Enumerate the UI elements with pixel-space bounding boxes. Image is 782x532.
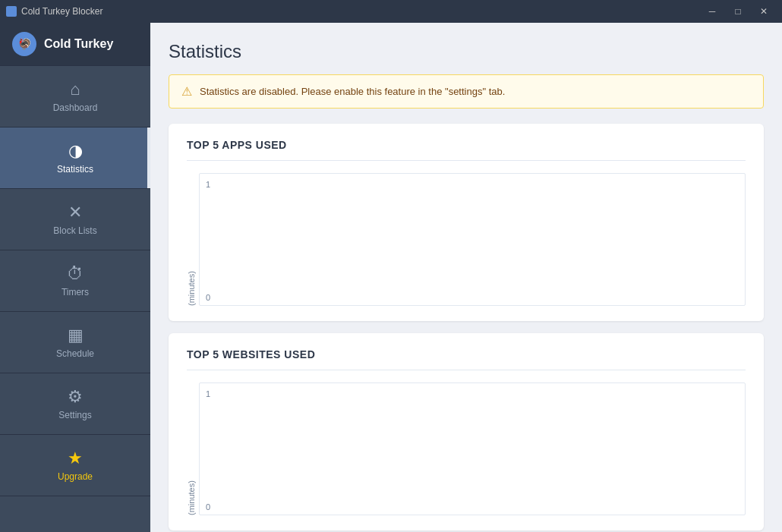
statistics-label: Statistics	[57, 164, 93, 175]
page-title: Statistics	[169, 41, 764, 62]
app-icon	[6, 6, 17, 17]
warning-icon: ⚠	[181, 84, 192, 99]
maximize-button[interactable]: □	[726, 3, 750, 20]
dashboard-icon: ⌂	[70, 80, 80, 99]
titlebar-controls: ─ □ ✕	[700, 3, 776, 20]
top-websites-title: TOP 5 WEBSITES USED	[187, 348, 746, 370]
settings-label: Settings	[58, 410, 91, 420]
top-apps-chart-container: 1 0	[199, 173, 746, 306]
top-apps-title: TOP 5 APPS USED	[187, 139, 746, 161]
block-lists-label: Block Lists	[53, 225, 96, 236]
settings-icon: ⚙	[68, 387, 83, 407]
timers-label: Timers	[61, 287, 89, 297]
dashboard-label: Dashboard	[53, 102, 98, 113]
schedule-label: Schedule	[56, 348, 94, 359]
top-websites-chart-container: 1 0	[199, 382, 746, 515]
minimize-button[interactable]: ─	[700, 3, 724, 20]
upgrade-icon: ★	[68, 449, 83, 468]
sidebar-item-statistics[interactable]: ◑ Statistics	[0, 127, 150, 189]
titlebar-left: Cold Turkey Blocker	[6, 6, 102, 17]
top-apps-y-min: 0	[206, 293, 210, 302]
warning-banner: ⚠ Statistics are disabled. Please enable…	[169, 74, 764, 109]
top-apps-card: TOP 5 APPS USED (minutes) 1 0	[169, 124, 764, 321]
top-websites-y-label: (minutes)	[187, 382, 196, 515]
top-websites-chart-area: (minutes) 1 0	[187, 382, 746, 515]
upgrade-label: Upgrade	[58, 471, 93, 482]
schedule-icon: ▦	[68, 326, 84, 345]
sidebar-item-schedule[interactable]: ▦ Schedule	[0, 312, 150, 373]
top-apps-y-label: (minutes)	[187, 173, 196, 306]
warning-message: Statistics are disabled. Please enable t…	[200, 86, 505, 97]
statistics-icon: ◑	[68, 141, 83, 161]
timers-icon: ⏱	[67, 264, 84, 284]
sidebar-item-settings[interactable]: ⚙ Settings	[0, 373, 150, 435]
brand-icon-glyph: 🦃	[18, 38, 31, 50]
sidebar: 🦃 Cold Turkey ⌂ Dashboard ◑ Statistics ✕…	[0, 23, 150, 532]
app-body: 🦃 Cold Turkey ⌂ Dashboard ◑ Statistics ✕…	[0, 23, 782, 532]
sidebar-item-block-lists[interactable]: ✕ Block Lists	[0, 189, 150, 250]
sidebar-item-dashboard[interactable]: ⌂ Dashboard	[0, 66, 150, 127]
top-websites-chart-inner	[206, 398, 739, 502]
titlebar: Cold Turkey Blocker ─ □ ✕	[0, 0, 782, 23]
brand-name: Cold Turkey	[44, 37, 113, 51]
close-button[interactable]: ✕	[752, 3, 776, 20]
sidebar-item-timers[interactable]: ⏱ Timers	[0, 250, 150, 312]
top-websites-y-max: 1	[206, 389, 210, 398]
block-lists-icon: ✕	[68, 203, 82, 222]
top-apps-chart-inner	[206, 189, 739, 293]
sidebar-brand: 🦃 Cold Turkey	[0, 23, 150, 66]
main-content: Statistics ⚠ Statistics are disabled. Pl…	[150, 23, 782, 532]
window-title: Cold Turkey Blocker	[21, 6, 102, 17]
top-websites-card: TOP 5 WEBSITES USED (minutes) 1 0	[169, 333, 764, 530]
top-apps-chart-area: (minutes) 1 0	[187, 173, 746, 306]
sidebar-item-upgrade[interactable]: ★ Upgrade	[0, 435, 150, 496]
top-apps-y-max: 1	[206, 180, 210, 189]
top-websites-y-min: 0	[206, 502, 210, 512]
brand-icon: 🦃	[12, 32, 36, 56]
